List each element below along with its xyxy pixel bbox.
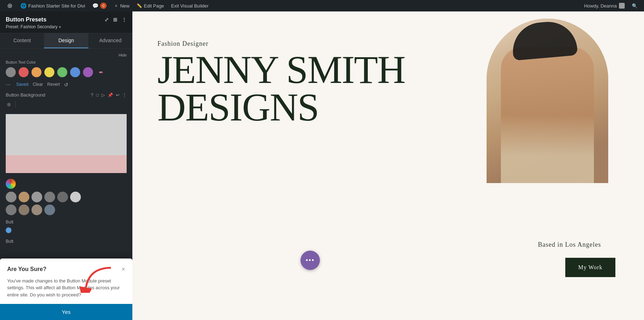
exit-builder-label: Exit Visual Builder [171, 3, 209, 9]
confirmation-modal: Are You Sure? × You've made changes to t… [0, 259, 132, 320]
preset-label-text: Preset: Fashion Secondary [6, 24, 58, 29]
panel-title-icons: ⤢ ⊞ ⋮ [104, 17, 127, 23]
tab-advanced-label: Advanced [99, 38, 121, 43]
more-icon[interactable]: ⋮ [122, 93, 127, 98]
fashion-page: Fashion Designer JENNY SMITH DESIGNS Bas… [132, 11, 644, 320]
clear-label[interactable]: Clear [33, 82, 43, 88]
site-name-button[interactable]: 🌐 Fashion Starter Site for Divi [17, 0, 89, 11]
tab-content[interactable]: Content [0, 33, 44, 48]
plus-icon: ＋ [114, 3, 118, 9]
color-swatches-row: ✒ [6, 67, 127, 77]
button-color-dot [6, 227, 11, 233]
based-text: Based in Los Angeles [538, 241, 601, 248]
gradient-swatches-row2 [6, 205, 127, 215]
search-button[interactable]: 🔍 [628, 0, 641, 11]
save-actions: Saved Clear Revert ↺ [16, 82, 68, 88]
tab-advanced[interactable]: Advanced [88, 33, 132, 48]
grad-swatch-7[interactable] [6, 205, 16, 215]
saved-label[interactable]: Saved [16, 82, 28, 88]
preset-selector[interactable]: Preset: Fashion Secondary ▾ [6, 24, 127, 29]
comment-count-badge: 0 [100, 3, 107, 9]
pin-icon[interactable]: 📌 [108, 93, 113, 98]
grad-swatch-10[interactable] [44, 205, 55, 215]
reset-icon[interactable]: ↺ [64, 82, 68, 88]
color-swatch-green[interactable] [57, 67, 67, 77]
columns-icon[interactable]: ⊞ [113, 17, 117, 23]
search-icon: 🔍 [632, 3, 638, 9]
grad-swatch-5[interactable] [57, 192, 68, 202]
save-row: ··· Saved Clear Revert ↺ [6, 82, 127, 88]
fashion-text-content: Fashion Designer JENNY SMITH DESIGNS [157, 40, 405, 126]
color-swatch-purple[interactable] [83, 67, 93, 77]
more-options-icon[interactable]: ⋮ [122, 17, 127, 23]
preview-top [6, 114, 127, 155]
fab-dots-icon: ••• [306, 257, 315, 264]
color-swatch-orange[interactable] [31, 67, 42, 77]
help-icon[interactable]: ? [91, 93, 93, 98]
grad-swatch-6[interactable] [70, 192, 81, 202]
mobile-icon[interactable]: □ [96, 93, 99, 98]
divider [15, 101, 15, 108]
wp-logo-button[interactable]: ⊕ [3, 0, 17, 11]
unlink-icon[interactable]: ⊗ [6, 100, 12, 108]
left-panel: Button Presets ⤢ ⊞ ⋮ Preset: Fashion Sec… [0, 11, 132, 320]
site-name-label: Fashion Starter Site for Divi [28, 3, 85, 9]
comments-button[interactable]: 💬 0 [89, 0, 110, 11]
preview-bottom [6, 155, 127, 173]
button-bg-row: Button Background ? □ ▷ 📌 ↩ ⋮ [6, 92, 127, 98]
color-swatch-yellow[interactable] [44, 67, 54, 77]
revert-label[interactable]: Revert [47, 82, 60, 88]
exit-builder-button[interactable]: Exit Visual Builder [167, 0, 212, 11]
undo-icon[interactable]: ↩ [116, 93, 119, 98]
grad-swatch-3[interactable] [31, 192, 42, 202]
hero-image [487, 19, 608, 183]
comment-bubble-icon: 💬 [92, 3, 98, 9]
bg-type-icons: ⊗ [6, 100, 127, 108]
fashion-title-line2: DESIGNS [157, 85, 319, 129]
modal-title: Are You Sure? [7, 266, 47, 272]
tab-design-label: Design [58, 38, 74, 43]
color-swatch-gray[interactable] [6, 67, 16, 77]
color-swatch-red[interactable] [19, 67, 29, 77]
canvas-area: Fashion Designer JENNY SMITH DESIGNS Bas… [132, 11, 644, 320]
main-layout: Button Presets ⤢ ⊞ ⋮ Preset: Fashion Sec… [0, 11, 644, 320]
panel-title-text: Button Presets [6, 16, 47, 23]
modal-yes-button[interactable]: Yes [0, 304, 132, 320]
panel-header: Button Presets ⤢ ⊞ ⋮ Preset: Fashion Sec… [0, 11, 132, 33]
grad-swatch-4[interactable] [44, 192, 55, 202]
edit-page-button[interactable]: ✏️ Edit Page [133, 0, 167, 11]
grad-swatch-1[interactable] [6, 192, 16, 202]
grad-swatch-9[interactable] [31, 205, 42, 215]
purple-fab-button[interactable]: ••• [301, 251, 320, 270]
modal-close-button[interactable]: × [121, 266, 125, 273]
tab-design[interactable]: Design [44, 33, 88, 48]
modal-overlay: Are You Sure? × You've made changes to t… [0, 259, 132, 320]
my-work-button[interactable]: My Work [565, 258, 615, 277]
fashion-subtitle: Fashion Designer [157, 40, 405, 48]
wp-admin-bar: ⊕ 🌐 Fashion Starter Site for Divi 💬 0 ＋ … [0, 0, 644, 11]
color-wheel-icon[interactable] [6, 179, 16, 189]
modal-body-text: You've made changes to the Button Module… [7, 277, 125, 299]
hero-image-inner [487, 19, 608, 183]
new-label: New [120, 3, 130, 9]
tab-content-label: Content [13, 38, 31, 43]
grad-swatch-8[interactable] [19, 205, 29, 215]
grad-swatch-2[interactable] [19, 192, 29, 202]
button-preview-box [6, 114, 127, 173]
edit-page-label: Edit Page [144, 3, 164, 9]
new-button[interactable]: ＋ New [110, 0, 133, 11]
panel-tabs: Content Design Advanced [0, 33, 132, 49]
howdy-text: Howdy, Deanna [584, 3, 617, 9]
panel-title-row: Button Presets ⤢ ⊞ ⋮ [6, 16, 127, 23]
fullscreen-icon[interactable]: ⤢ [104, 17, 109, 23]
color-swatch-blue[interactable] [70, 67, 80, 77]
collapse-indicator: Hide [118, 53, 127, 57]
bg-label: Button Background [6, 92, 88, 98]
color-pen-icon[interactable]: ✒ [96, 67, 106, 77]
button-section-label: Butt [6, 220, 127, 225]
pencil-icon: ✏️ [137, 3, 142, 8]
tablet-icon[interactable]: ▷ [102, 93, 105, 98]
button-text-color-label: Button Text Color [6, 60, 127, 64]
dots-icon: ··· [6, 82, 10, 88]
user-greeting[interactable]: Howdy, Deanna [580, 3, 628, 9]
